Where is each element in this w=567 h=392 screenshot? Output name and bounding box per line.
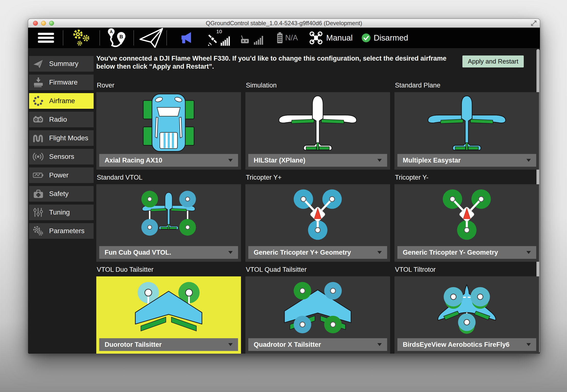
toolbar-separator [99,30,100,45]
messages-indicator[interactable] [180,31,192,44]
main-toolbar: A B 10 [28,28,540,48]
airframe-card-body[interactable]: Generic Tricopter Y- Geometry [394,184,539,262]
sidebar-item-radio[interactable]: Radio [29,112,94,127]
quad-tailsitter-graphic [245,276,390,337]
armed-status-label: Disarmed [374,33,408,42]
sidebar-item-airframe[interactable]: Airframe [29,93,94,109]
minimize-window-button[interactable] [41,21,46,26]
simulation-plane-graphic [245,92,390,153]
sidebar-item-firmware[interactable]: Firmware [29,74,94,90]
duo-tailsitter-graphic [96,276,241,337]
airframe-card-tricopter-y-minus: Tricopter Y- Generic Tricopter Y- Geomet… [394,171,539,262]
airframe-card-body[interactable]: Axial Racing AX10 [96,92,241,170]
airframe-card-rover: Rover [96,79,241,170]
parameters-gears-icon [32,225,44,236]
fly-view-button[interactable] [138,28,165,48]
apply-and-restart-button[interactable]: Apply and Restart [462,56,524,68]
paper-plane-icon [32,58,44,69]
battery-status-label: N/A [285,33,298,42]
multirotor-icon [309,31,323,45]
tricopter-y-minus-graphic [394,184,539,245]
airframe-card-standard-plane: Standard Plane Multiplex Easystar [394,79,539,170]
sidebar-item-label: Parameters [49,227,84,235]
airframe-card-body[interactable]: Generic Tricopter Y+ Geometry [245,184,390,262]
rc-rssi-indicator[interactable] [240,30,263,46]
sidebar-item-label: Tuning [49,209,70,216]
dropdown-arrow-icon [526,159,531,162]
titlebar: QGroundControl stable_1.0.4-5243-g9ff40d… [28,19,540,28]
airframe-select-tricopter-y-plus[interactable]: Generic Tricopter Y+ Geometry [248,246,387,259]
sidebar-item-label: Radio [49,116,67,123]
airframe-category-label: Tricopter Y- [395,174,539,181]
toolbar-separator [166,30,167,45]
sidebar-item-safety[interactable]: Safety [29,186,94,202]
rc-signal-bars-icon [254,35,263,45]
airframe-select-vtol-duo-tailsitter[interactable]: Duorotor Tailsitter [99,338,238,351]
sidebar-item-label: Summary [49,60,78,68]
dropdown-arrow-icon [377,251,382,254]
airframe-select-standard-plane[interactable]: Multiplex Easystar [397,154,536,167]
dropdown-arrow-icon [526,251,531,254]
zoom-window-button[interactable] [49,21,54,26]
firmware-download-icon [32,77,44,88]
window-controls [33,21,54,26]
airframe-card-vtol-quad-tailsitter: VTOL Quad Tailsitter [245,263,390,354]
airframe-card-body[interactable]: Multiplex Easystar [394,92,539,170]
fullscreen-resize-icon[interactable] [531,20,537,26]
menu-icon [37,32,55,43]
airframe-category-label: Simulation [246,82,390,89]
flight-mode-indicator[interactable]: Manual [309,31,353,45]
gps-signal-bars-icon [221,36,230,46]
sidebar-item-flight-modes[interactable]: Flight Modes [29,130,94,146]
sidebar-item-label: Firmware [49,78,78,86]
rover-graphic [96,92,241,153]
airframe-select-standard-vtol[interactable]: Fun Cub Quad VTOL. [99,246,238,259]
plan-view-button[interactable]: A B [106,28,128,48]
close-window-button[interactable] [33,21,38,26]
airframe-grid: Rover [96,79,539,354]
dropdown-arrow-icon [228,159,233,162]
megaphone-icon [180,31,192,44]
sidebar-item-summary[interactable]: Summary [29,56,94,72]
airframe-category-label: VTOL Duo Tailsitter [97,266,241,273]
setup-gears-icon [71,28,92,47]
flight-mode-label: Manual [326,33,353,42]
standard-plane-graphic [394,92,539,153]
sidebar-item-label: Flight Modes [49,134,88,142]
rc-transmitter-icon [240,34,250,45]
airframe-setup-panel: You've connected a DJI Flame Wheel F330.… [96,48,537,354]
fly-paper-plane-icon [138,28,165,48]
battery-icon [276,32,284,44]
sidebar-item-parameters[interactable]: Parameters [29,223,94,239]
radio-icon [32,114,44,125]
tricopter-y-plus-graphic [245,184,390,245]
airframe-select-tricopter-y-minus[interactable]: Generic Tricopter Y- Geometry [397,246,536,259]
power-battery-icon [32,170,44,181]
airframe-card-body[interactable]: Fun Cub Quad VTOL. [96,184,241,262]
airframe-select-vtol-quad-tailsitter[interactable]: Quadrotor X Tailsitter [248,338,387,351]
sidebar-item-tuning[interactable]: Tuning [29,205,94,220]
plan-route-icon: A B [106,28,128,48]
airframe-select-vtol-tiltrotor[interactable]: BirdsEyeView Aerobotics FireFly6 [397,338,536,351]
airframe-select-simulation[interactable]: HILStar (XPlane) [248,154,387,167]
sensors-icon [32,151,44,162]
airframe-card-body[interactable]: BirdsEyeView Aerobotics FireFly6 [394,276,539,354]
armed-status-indicator[interactable]: Disarmed [361,33,408,42]
airframe-category-label: VTOL Quad Tailsitter [246,266,390,273]
airframe-card-body[interactable]: HILStar (XPlane) [245,92,390,170]
gps-status-indicator[interactable]: 10 [207,29,230,47]
airframe-select-rover[interactable]: Axial Racing AX10 [99,154,238,167]
airframe-card-standard-vtol: Standard VTOL Fun Cub [96,171,241,262]
airframe-card-vtol-duo-tailsitter: VTOL Duo Tailsitter [96,263,241,354]
sidebar-item-label: Sensors [49,153,74,161]
setup-view-button[interactable] [71,28,92,47]
sidebar-item-power[interactable]: Power [29,168,94,183]
airframe-card-body-selected[interactable]: Duorotor Tailsitter [96,276,241,354]
menu-button[interactable] [37,32,55,43]
dropdown-arrow-icon [377,343,382,346]
airframe-card-body[interactable]: Quadrotor X Tailsitter [245,276,390,354]
airframe-category-label: Standard VTOL [97,174,241,181]
sidebar-item-sensors[interactable]: Sensors [29,149,94,165]
airframe-category-label: Rover [97,82,241,89]
battery-status-indicator[interactable]: N/A [276,32,298,44]
